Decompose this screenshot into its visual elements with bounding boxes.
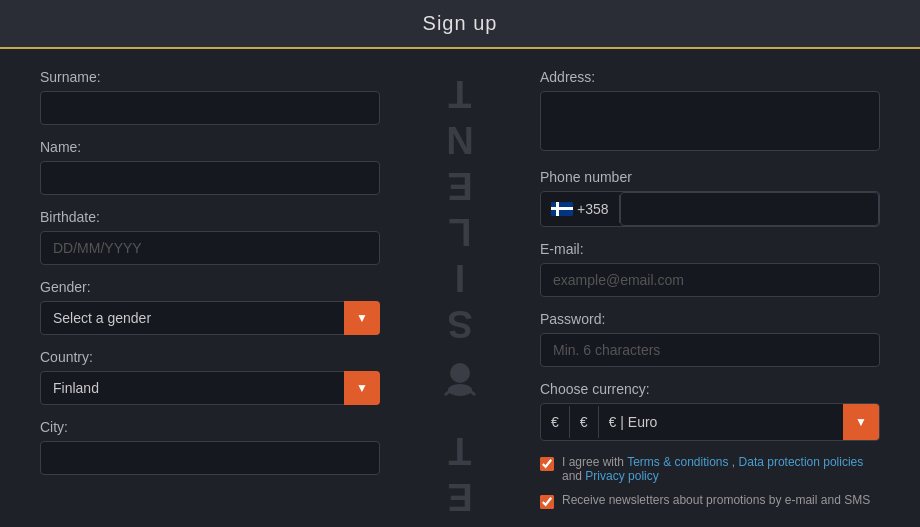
- currency-input-wrapper: € € € | Euro $ | Dollar £ | Pound ▼: [540, 403, 880, 441]
- watermark-area: SILENT BET: [400, 69, 520, 527]
- address-input[interactable]: [540, 91, 880, 151]
- city-input[interactable]: [40, 441, 380, 475]
- phone-input-wrapper: +358: [540, 191, 880, 227]
- watermark-text2: BET: [439, 426, 482, 527]
- surname-input[interactable]: [40, 91, 380, 125]
- password-label: Password:: [540, 311, 880, 327]
- svg-point-1: [448, 384, 472, 396]
- watermark-icon: [435, 355, 485, 416]
- country-group: Country: Finland Sweden Norway Denmark ▼: [40, 349, 380, 405]
- email-label: E-mail:: [540, 241, 880, 257]
- gender-select[interactable]: Select a gender Male Female Other: [40, 301, 380, 335]
- password-group: Password:: [540, 311, 880, 367]
- page-title: Sign up: [0, 12, 920, 35]
- address-label: Address:: [540, 69, 880, 85]
- email-group: E-mail:: [540, 241, 880, 297]
- terms-text: I agree with Terms & conditions , Data p…: [562, 455, 880, 483]
- surname-group: Surname:: [40, 69, 380, 125]
- currency-symbol: €: [541, 406, 570, 438]
- country-select-wrapper: Finland Sweden Norway Denmark ▼: [40, 371, 380, 405]
- phone-group: Phone number +358: [540, 169, 880, 227]
- finland-flag-icon: [551, 202, 573, 216]
- password-input[interactable]: [540, 333, 880, 367]
- terms-group: I agree with Terms & conditions , Data p…: [540, 455, 880, 483]
- name-group: Name:: [40, 139, 380, 195]
- terms-link[interactable]: Terms & conditions: [627, 455, 728, 469]
- currency-dropdown-arrow: ▼: [843, 404, 879, 440]
- data-protection-link[interactable]: Data protection policies: [739, 455, 864, 469]
- birthdate-group: Birthdate:: [40, 209, 380, 265]
- phone-flag-area: +358: [541, 195, 620, 223]
- currency-symbol2: €: [570, 406, 599, 438]
- email-input[interactable]: [540, 263, 880, 297]
- comma: ,: [729, 455, 739, 469]
- left-column: Surname: Name: Birthdate: Gender: Select…: [40, 69, 400, 527]
- country-select[interactable]: Finland Sweden Norway Denmark: [40, 371, 380, 405]
- surname-label: Surname:: [40, 69, 380, 85]
- privacy-link[interactable]: Privacy policy: [585, 469, 658, 483]
- name-input[interactable]: [40, 161, 380, 195]
- svg-point-0: [450, 363, 470, 383]
- terms-checkbox[interactable]: [540, 457, 554, 471]
- newsletter-text: Receive newsletters about promotions by …: [562, 493, 870, 507]
- currency-select[interactable]: € | Euro $ | Dollar £ | Pound: [599, 406, 843, 438]
- and-text: and: [562, 469, 585, 483]
- gender-select-wrapper: Select a gender Male Female Other ▼: [40, 301, 380, 335]
- phone-label: Phone number: [540, 169, 880, 185]
- gender-group: Gender: Select a gender Male Female Othe…: [40, 279, 380, 335]
- newsletter-group: Receive newsletters about promotions by …: [540, 493, 880, 509]
- country-label: Country:: [40, 349, 380, 365]
- address-group: Address:: [540, 69, 880, 155]
- newsletter-checkbox[interactable]: [540, 495, 554, 509]
- birthdate-label: Birthdate:: [40, 209, 380, 225]
- right-column: Address: Phone number +358 E-mail: Passw…: [520, 69, 880, 527]
- watermark-container: SILENT BET: [435, 69, 485, 527]
- gender-label: Gender:: [40, 279, 380, 295]
- watermark-text: SILENT: [439, 69, 482, 345]
- city-label: City:: [40, 419, 380, 435]
- city-group: City:: [40, 419, 380, 475]
- header: Sign up: [0, 0, 920, 49]
- birthdate-input[interactable]: [40, 231, 380, 265]
- currency-label: Choose currency:: [540, 381, 880, 397]
- phone-number-input[interactable]: [620, 192, 879, 226]
- currency-group: Choose currency: € € € | Euro $ | Dollar…: [540, 381, 880, 441]
- phone-country-code: +358: [577, 201, 609, 217]
- name-label: Name:: [40, 139, 380, 155]
